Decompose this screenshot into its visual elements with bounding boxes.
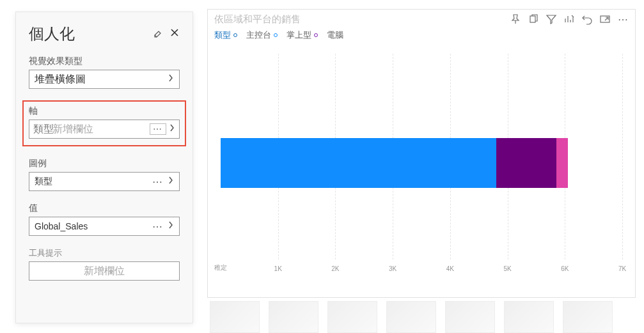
legend: 類型 主控台 掌上型 電腦 [208,26,635,47]
personalize-icon[interactable] [563,13,575,25]
values-select[interactable]: Global_Sales ⋯ [29,217,180,236]
chevron-right-icon [168,221,174,232]
x-tick-label: 3K [389,265,397,272]
background-thumbnails [207,301,644,333]
axis-select[interactable]: 類型 新增欄位 ⋯ [29,120,180,139]
undo-icon[interactable] [581,13,593,25]
legend-item-label: 類型 [214,29,231,41]
thumbnail [210,301,260,333]
x-tick-label: 7K [618,265,626,272]
legend-item-handheld[interactable]: 掌上型 [287,29,318,41]
thumbnail [445,301,495,333]
legend-field: 圖例 類型 ⋯ [29,158,180,191]
visual-header: 依區域和平台的銷售 ⋯ [208,10,635,26]
legend-item-label: 電腦 [327,29,343,41]
thumbnail [563,301,613,333]
panel-header-actions [153,27,180,40]
thumbnail [327,301,377,333]
chevron-right-icon [168,176,174,187]
legend-label: 圖例 [29,158,180,169]
gridline [622,54,623,259]
legend-more-icon[interactable]: ⋯ [152,176,164,188]
copy-icon[interactable] [528,13,539,25]
thumbnail [269,301,318,333]
legend-swatch [314,33,318,37]
panel-header: 個人化 [29,24,180,44]
panel-title: 個人化 [29,24,75,44]
bar-segment-掌上型[interactable] [496,138,556,188]
plot-area: 1K2K3K4K5K6K7K 稚定 [214,54,622,277]
thumbnail [504,301,554,333]
tooltip-select[interactable]: 新增欄位 [29,261,180,281]
stacked-bar[interactable] [221,138,622,188]
visual-toolbar: ⋯ [510,13,629,25]
legend-item-label: 主控台 [246,29,271,41]
bar-segment-主控台[interactable] [221,138,496,188]
axis-placeholder: 新增欄位 [51,123,143,136]
axis-more-button[interactable]: ⋯ [150,123,166,135]
axis-field: 軸 類型 新增欄位 ⋯ [22,100,186,146]
more-icon[interactable]: ⋯ [617,13,629,25]
tooltip-field: 工具提示 新增欄位 [29,247,180,281]
tooltip-label: 工具提示 [29,247,180,259]
y-category-label: 稚定 [214,263,227,272]
visual-pane: 依區域和平台的銷售 ⋯ 類型 主控台 掌上型 電腦 1K2K3K4K5K6K7 [207,9,636,298]
legend-swatch [274,33,278,37]
visual-type-select[interactable]: 堆疊橫條圖 [29,70,180,89]
tooltip-placeholder: 新增欄位 [35,265,174,278]
thumbnail [386,301,436,333]
legend-swatch [233,33,237,37]
visual-type-value: 堆疊橫條圖 [35,73,168,86]
axis-label: 軸 [29,105,180,117]
close-icon[interactable] [169,27,180,40]
values-value: Global_Sales [35,221,152,231]
values-field: 值 Global_Sales ⋯ [29,203,180,236]
focus-icon[interactable] [599,13,611,25]
chevron-right-icon [169,123,175,135]
legend-item-label: 掌上型 [287,29,311,41]
filter-icon[interactable] [546,13,557,25]
chevron-right-icon [168,74,174,85]
legend-item-console[interactable]: 主控台 [246,29,278,41]
x-tick-label: 2K [331,265,339,272]
values-label: 值 [29,203,180,214]
personalize-panel: 個人化 視覺效果類型 堆疊橫條圖 軸 類型 新增欄位 ⋯ 圖例 類型 ⋯ [15,12,193,323]
visual-type-field: 視覺效果類型 堆疊橫條圖 [29,56,180,89]
x-tick-label: 5K [503,265,511,272]
x-tick-label: 6K [561,265,569,272]
values-more-icon[interactable]: ⋯ [152,221,164,233]
pin-icon[interactable] [510,13,521,25]
visual-title: 依區域和平台的銷售 [214,13,510,26]
x-tick-label: 4K [446,265,454,272]
svg-rect-0 [530,16,535,22]
x-tick-label: 1K [274,265,282,272]
bar-segment-電腦[interactable] [556,138,568,188]
legend-item-pc[interactable]: 電腦 [327,29,343,41]
visual-type-label: 視覺效果類型 [29,56,180,67]
legend-value: 類型 [35,176,152,187]
eraser-icon[interactable] [153,27,163,40]
legend-select[interactable]: 類型 ⋯ [29,172,180,191]
legend-item-type[interactable]: 類型 [214,29,237,41]
